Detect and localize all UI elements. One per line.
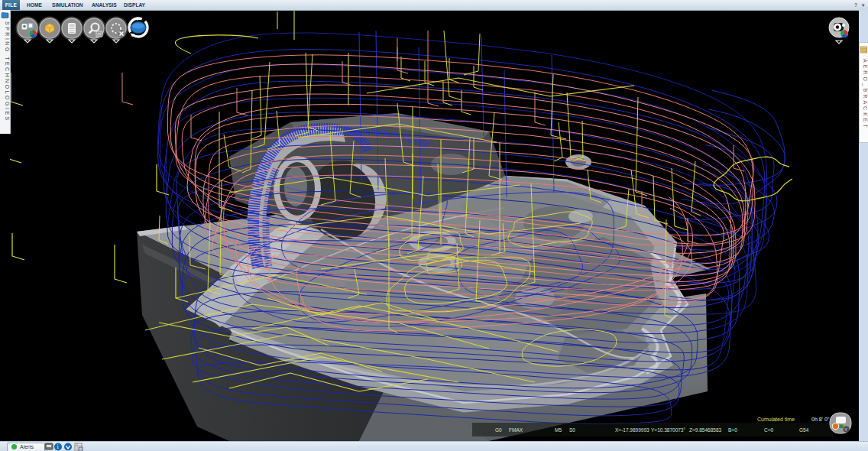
svg-text:G0: G0 <box>495 427 502 433</box>
svg-text:M5: M5 <box>555 427 562 433</box>
svg-text:B=0: B=0 <box>728 427 737 433</box>
svg-text:C=0: C=0 <box>764 427 773 433</box>
svg-text:0h 8' 0": 0h 8' 0" <box>811 417 830 422</box>
svg-text:S0: S0 <box>569 427 575 433</box>
svg-text:G54: G54 <box>799 427 809 433</box>
svg-text:Z=9.85468583: Z=9.85468583 <box>689 427 721 433</box>
svg-text:i: i <box>57 443 59 450</box>
svg-text:FMAX: FMAX <box>509 427 523 433</box>
svg-text:Cumulated time: Cumulated time <box>757 417 795 422</box>
svg-text:Y: Y <box>844 427 847 432</box>
svg-text:X=-17.9899993: X=-17.9899993 <box>615 427 649 433</box>
svg-text:Y=10.3870073°: Y=10.3870073° <box>651 427 685 433</box>
